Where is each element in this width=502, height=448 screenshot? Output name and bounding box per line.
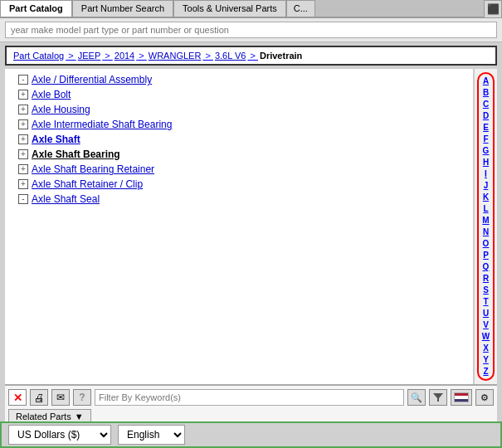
tree-panel: -Axle / Differential Assembly+Axle Bolt+…	[5, 69, 474, 384]
breadcrumb-jeep[interactable]: JEEP	[78, 51, 101, 61]
collapse-icon[interactable]: -	[18, 194, 28, 204]
expand-icon[interactable]: +	[18, 134, 28, 144]
alpha-letter-u[interactable]: U	[483, 308, 489, 319]
alpha-letter-g[interactable]: G	[483, 145, 490, 157]
alpha-letter-q[interactable]: Q	[483, 261, 490, 273]
alpha-letter-z[interactable]: Z	[483, 366, 488, 377]
related-parts-label: Related Parts	[16, 411, 71, 421]
tree-item-link[interactable]: Axle Shaft Bearing Retainer	[32, 163, 154, 175]
related-parts-arrow: ▼	[75, 411, 84, 421]
main-search-input[interactable]	[5, 22, 497, 38]
expand-icon[interactable]: +	[18, 164, 28, 174]
filter-input[interactable]	[95, 389, 404, 406]
tree-item[interactable]: -Axle Shaft Seal	[5, 192, 473, 207]
breadcrumb-part-catalog[interactable]: Part Catalog	[13, 51, 64, 61]
tree-item[interactable]: +Axle Intermediate Shaft Bearing	[5, 117, 473, 132]
collapse-icon[interactable]: -	[18, 75, 28, 85]
currency-select[interactable]: US Dollars ($) Euro (€) British Pound (£…	[8, 425, 111, 445]
tree-item[interactable]: +Axle Shaft Bearing Retainer	[5, 162, 473, 177]
breadcrumb-wrangler[interactable]: WRANGLER	[149, 51, 202, 61]
alpha-letter-c[interactable]: C	[483, 99, 489, 110]
alpha-letter-m[interactable]: M	[482, 215, 489, 226]
svg-marker-0	[433, 393, 443, 402]
tree-item[interactable]: +Axle Shaft Retainer / Clip	[5, 177, 473, 192]
breadcrumb-2014[interactable]: 2014	[115, 51, 134, 61]
alpha-letter-a[interactable]: A	[483, 75, 489, 87]
expand-icon[interactable]: +	[18, 105, 28, 114]
maximize-button[interactable]: ⬛	[484, 0, 502, 18]
filter-toolbar: ✕ 🖨 ✉ ? 🔍 ⚙	[8, 389, 494, 406]
tree-item-link[interactable]: Axle Bolt	[32, 89, 71, 100]
alpha-letter-w[interactable]: W	[482, 331, 490, 343]
alpha-letter-d[interactable]: D	[483, 110, 489, 122]
tree-item-link[interactable]: Axle Shaft Bearing	[32, 149, 120, 160]
tree-item-link[interactable]: Axle / Differential Assembly	[32, 74, 152, 85]
alpha-letter-x[interactable]: X	[483, 343, 489, 354]
breadcrumb-current: Drivetrain	[260, 51, 302, 61]
main-content-area: -Axle / Differential Assembly+Axle Bolt+…	[5, 69, 497, 384]
tree-item[interactable]: +Axle Shaft	[5, 132, 473, 147]
alphabet-panel: ABCDEFGHIJKLMNOPQRSTUVWXYZ	[474, 69, 497, 384]
alphabet-border: ABCDEFGHIJKLMNOPQRSTUVWXYZ	[477, 72, 495, 381]
alpha-letter-n[interactable]: N	[483, 226, 489, 238]
tree-item[interactable]: +Axle Bolt	[5, 87, 473, 102]
expand-icon[interactable]: +	[18, 149, 28, 159]
tab-part-catalog[interactable]: Part Catalog	[0, 0, 72, 17]
tree-item-link[interactable]: Axle Shaft Retainer / Clip	[32, 178, 143, 190]
alpha-letter-k[interactable]: K	[483, 192, 489, 203]
flag-filter-button[interactable]	[451, 389, 472, 406]
tree-item-link[interactable]: Axle Intermediate Shaft Bearing	[32, 119, 172, 130]
expand-icon[interactable]: +	[18, 179, 28, 189]
alpha-letter-t[interactable]: T	[483, 296, 488, 308]
alpha-letter-b[interactable]: B	[483, 87, 489, 99]
search-bar	[0, 18, 502, 42]
alpha-letter-v[interactable]: V	[483, 319, 489, 331]
alpha-letter-y[interactable]: Y	[483, 354, 489, 366]
clear-button[interactable]: ✕	[8, 389, 27, 406]
breadcrumb: Part Catalog > JEEP > 2014 > WRANGLER > …	[5, 46, 497, 66]
tree-item-link[interactable]: Axle Shaft	[32, 134, 80, 145]
tab-tools-universal[interactable]: Tools & Universal Parts	[173, 0, 286, 17]
tree-item-link[interactable]: Axle Shaft Seal	[32, 193, 100, 205]
alpha-letter-o[interactable]: O	[483, 238, 490, 250]
bottom-bar: US Dollars ($) Euro (€) British Pound (£…	[0, 421, 502, 448]
filter-search-button[interactable]: 🔍	[407, 389, 426, 406]
tree-item-link[interactable]: Axle Housing	[32, 104, 90, 115]
tab-extra[interactable]: C...	[286, 0, 315, 17]
email-button[interactable]: ✉	[51, 389, 70, 406]
tab-bar: Part Catalog Part Number Search Tools & …	[0, 0, 502, 18]
funnel-button[interactable]	[429, 389, 447, 406]
help-button[interactable]: ?	[73, 389, 91, 406]
language-select[interactable]: English Español Français	[118, 425, 185, 445]
tab-part-number-search[interactable]: Part Number Search	[72, 0, 173, 17]
extra-filter-button[interactable]: ⚙	[475, 389, 494, 406]
alpha-letter-s[interactable]: S	[483, 285, 489, 296]
alpha-letter-f[interactable]: F	[483, 134, 488, 145]
tree-item[interactable]: -Axle / Differential Assembly	[5, 72, 473, 87]
tree-item[interactable]: +Axle Shaft Bearing	[5, 147, 473, 162]
expand-icon[interactable]: +	[18, 90, 28, 100]
alpha-letter-h[interactable]: H	[483, 157, 489, 168]
alpha-letter-r[interactable]: R	[483, 273, 489, 285]
print-button[interactable]: 🖨	[30, 389, 48, 406]
alpha-letter-l[interactable]: L	[483, 203, 488, 215]
expand-icon[interactable]: +	[18, 119, 28, 129]
breadcrumb-engine[interactable]: 3.6L V6	[215, 51, 246, 61]
alpha-letter-j[interactable]: J	[484, 180, 489, 192]
alpha-letter-e[interactable]: E	[483, 122, 489, 134]
alpha-letter-i[interactable]: I	[485, 168, 487, 180]
alpha-letter-p[interactable]: P	[483, 250, 489, 261]
tree-item[interactable]: +Axle Housing	[5, 102, 473, 117]
